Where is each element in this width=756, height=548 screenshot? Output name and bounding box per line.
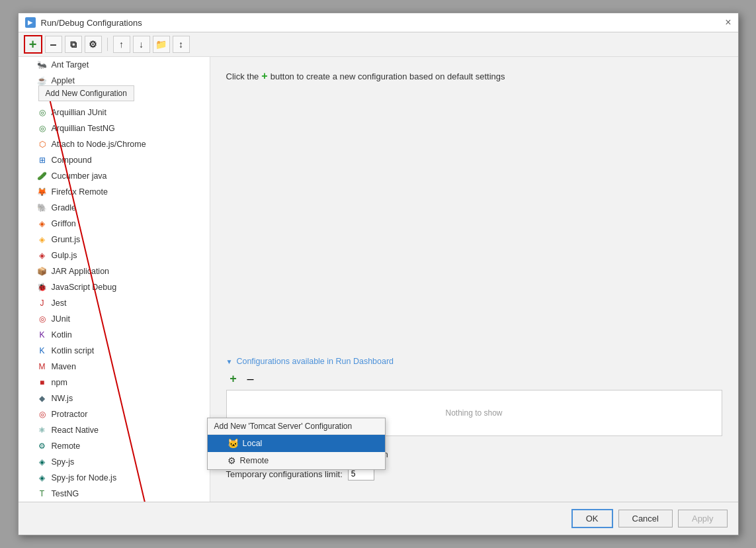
arquillian-junit-label: Arquillian JUnit [52, 108, 106, 117]
close-button[interactable]: × [725, 17, 731, 28]
dialog-icon: ▶ [25, 17, 36, 28]
add-button[interactable]: + [24, 35, 42, 54]
sidebar-item-remote[interactable]: ⚙Remote [19, 438, 210, 454]
sidebar-item-spy-js-node[interactable]: ◈Spy-js for Node.js [19, 470, 210, 486]
sidebar-item-jar-application[interactable]: 📦JAR Application [19, 263, 210, 279]
sidebar-item-cucumber-java[interactable]: 🥒Cucumber java [19, 168, 210, 184]
gulpjs-label: Gulp.js [52, 251, 77, 260]
submenu-items-container: 🐱Local⚙Remote [208, 435, 385, 469]
remote-label: Remote [52, 441, 81, 451]
compound-label: Compound [52, 156, 92, 165]
nwjs-icon: ◆ [37, 393, 48, 404]
gruntjs-icon: ◈ [37, 234, 48, 245]
copy-button[interactable]: ⧉ [65, 36, 82, 53]
jar-application-icon: 📦 [37, 266, 48, 277]
dashboard-add-button[interactable]: + [226, 371, 241, 386]
folder-button[interactable]: 📁 [153, 36, 170, 53]
submenu-header: Add New 'Tomcat Server' Configuration [208, 418, 385, 435]
cancel-button[interactable]: Cancel [618, 510, 673, 527]
arquillian-testng-icon: ◎ [37, 123, 48, 134]
apply-button[interactable]: Apply [678, 510, 728, 527]
sidebar-item-jest[interactable]: JJest [19, 295, 210, 311]
sidebar-item-junit[interactable]: ◎JUnit [19, 311, 210, 327]
sidebar-item-kotlin[interactable]: KKotlin [19, 327, 210, 343]
sort-button[interactable]: ↕ [173, 36, 190, 53]
hint-row: Click the + button to create a new confi… [226, 70, 722, 82]
move-up-button[interactable]: ↑ [113, 36, 130, 53]
spy-js-icon: ◈ [37, 457, 48, 467]
javascript-debug-label: JavaScript Debug [52, 283, 117, 292]
sidebar[interactable]: 🐜Ant Target☕Applet▶Application◎Arquillia… [19, 57, 210, 502]
hint-text-before: Click the [226, 71, 259, 81]
sidebar-item-firefox-remote[interactable]: 🦊Firefox Remote [19, 184, 210, 200]
junit-label: JUnit [52, 314, 70, 324]
sidebar-item-protractor[interactable]: ◎Protractor [19, 406, 210, 422]
dashboard-header-label: Configurations available in Run Dashboar… [236, 357, 394, 366]
dashboard-remove-button[interactable]: – [243, 371, 258, 386]
remote-submenu-icon: ⚙ [228, 455, 236, 466]
applet-label: Applet [52, 76, 75, 85]
temp-config-label: Temporary configurations limit: [226, 469, 343, 479]
spy-js-label: Spy-js [52, 457, 75, 467]
sidebar-item-gruntjs[interactable]: ◈Grunt.js [19, 232, 210, 248]
sidebar-item-kotlin-script[interactable]: KKotlin script [19, 343, 210, 359]
move-down-button[interactable]: ↓ [133, 36, 150, 53]
arquillian-testng-label: Arquillian TestNG [52, 124, 115, 133]
sidebar-item-arquillian-testng[interactable]: ◎Arquillian TestNG [19, 120, 210, 136]
gradle-label: Gradle [52, 203, 77, 212]
dashboard-header[interactable]: ▼ Configurations available in Run Dashbo… [226, 357, 722, 366]
remote-submenu-label: Remote [240, 456, 269, 465]
jest-label: Jest [52, 298, 67, 308]
remote-icon: ⚙ [37, 441, 48, 451]
submenu-item-remote[interactable]: ⚙Remote [208, 452, 385, 469]
toolbar-separator [107, 38, 108, 51]
kotlin-script-label: Kotlin script [52, 346, 95, 355]
kotlin-script-icon: K [37, 345, 48, 356]
add-config-tooltip: Add New Configuration [38, 85, 134, 101]
kotlin-icon: K [37, 330, 48, 340]
dashboard-toolbar: + – [226, 371, 722, 386]
settings-button[interactable]: ⚙ [85, 36, 102, 53]
sidebar-item-compound[interactable]: ⊞Compound [19, 152, 210, 168]
spy-js-node-icon: ◈ [37, 473, 48, 483]
protractor-label: Protractor [52, 410, 88, 419]
testng-label: TestNG [52, 489, 79, 498]
npm-icon: ■ [37, 377, 48, 388]
sidebar-item-testng[interactable]: TTestNG [19, 486, 210, 502]
sidebar-item-ant-target[interactable]: 🐜Ant Target [19, 57, 210, 73]
maven-label: Maven [52, 362, 77, 371]
sidebar-item-spy-js[interactable]: ◈Spy-js [19, 454, 210, 470]
firefox-remote-icon: 🦊 [37, 187, 48, 197]
title-bar-left: ▶ Run/Debug Configurations [25, 17, 142, 28]
protractor-icon: ◎ [37, 409, 48, 420]
sidebar-item-attach-node[interactable]: ⬡Attach to Node.js/Chrome [19, 136, 210, 152]
run-debug-dialog: ▶ Run/Debug Configurations × + Add New C… [18, 13, 739, 535]
ok-button[interactable]: OK [571, 509, 613, 528]
sidebar-item-griffon[interactable]: ◈Griffon [19, 216, 210, 232]
dialog-footer: OK Cancel Apply [19, 502, 738, 535]
sidebar-item-npm[interactable]: ■npm [19, 375, 210, 390]
firefox-remote-label: Firefox Remote [52, 187, 108, 197]
sidebar-item-javascript-debug[interactable]: 🐞JavaScript Debug [19, 279, 210, 295]
submenu-popup: Add New 'Tomcat Server' Configuration 🐱L… [207, 418, 386, 470]
applet-icon: ☕ [37, 75, 48, 86]
remove-button[interactable]: – [45, 36, 62, 53]
sidebar-item-gradle[interactable]: 🐘Gradle [19, 200, 210, 216]
spy-js-node-label: Spy-js for Node.js [52, 473, 117, 482]
dashboard-empty-label: Nothing to show [445, 408, 502, 418]
compound-icon: ⊞ [37, 155, 48, 165]
junit-icon: ◎ [37, 314, 48, 324]
griffon-icon: ◈ [37, 218, 48, 229]
gradle-icon: 🐘 [37, 203, 48, 213]
ant-target-label: Ant Target [52, 60, 89, 69]
ant-target-icon: 🐜 [37, 60, 48, 70]
content-area: 🐜Ant Target☕Applet▶Application◎Arquillia… [19, 57, 738, 502]
hint-text-after: button to create a new configuration bas… [271, 71, 505, 81]
sidebar-item-react-native[interactable]: ⚛React Native [19, 422, 210, 438]
sidebar-item-arquillian-junit[interactable]: ◎Arquillian JUnit [19, 105, 210, 120]
sidebar-item-gulpjs[interactable]: ◈Gulp.js [19, 248, 210, 263]
sidebar-item-maven[interactable]: MMaven [19, 359, 210, 375]
react-native-icon: ⚛ [37, 425, 48, 435]
sidebar-item-nwjs[interactable]: ◆NW.js [19, 390, 210, 406]
submenu-item-local[interactable]: 🐱Local [208, 435, 385, 452]
